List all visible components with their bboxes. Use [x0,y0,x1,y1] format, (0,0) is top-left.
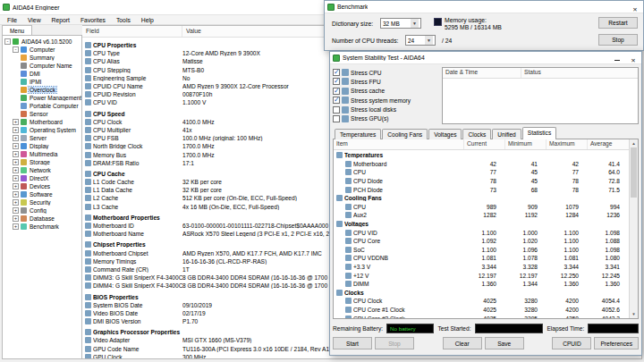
sst-tab[interactable]: Unified [492,129,521,139]
scroll-down-icon[interactable]: ▼ [630,310,638,318]
tree-item[interactable]: + Benchmark [3,223,81,231]
stress-option[interactable]: Stress FPU [333,77,438,86]
tree-item[interactable]: + Display [3,142,81,150]
statistics-row[interactable]: CPU Core #1 Clock 4025 3280 4200 4052.6 [334,306,629,315]
log-datetime-header[interactable]: Date & Time [443,68,521,78]
menu-item[interactable]: Favorites [75,17,111,23]
tree-expand-box[interactable]: + [13,199,19,206]
sst-button[interactable]: Start [333,337,372,349]
tree-expand-box[interactable]: + [13,167,19,173]
tree-expand-box[interactable]: + [13,207,19,214]
tree-item[interactable]: DMI [3,70,81,78]
stop-button[interactable]: Stop [598,34,638,46]
benchmark-close-button[interactable] [627,1,643,13]
stress-checkbox[interactable] [333,97,340,104]
menu-item[interactable]: Help [136,17,159,23]
tree-item[interactable]: + Network [3,166,81,174]
stress-checkbox[interactable] [333,88,340,95]
tree-expand-box[interactable]: + [13,159,19,165]
cpu-threads-select[interactable]: 24 ▼ [405,35,436,46]
menu-item[interactable]: Tools [111,17,136,23]
statistics-row[interactable]: CPU 989 909 1079 994 [334,203,629,212]
minimum-column-header[interactable]: Minimum [505,139,547,149]
stress-option[interactable]: Stress local disks [333,105,438,114]
tree-item[interactable]: + Software [3,190,81,198]
dictionary-size-select[interactable]: 32 MB ▼ [380,18,421,29]
tree-item[interactable]: Summary [3,54,81,62]
tree-expand-box[interactable]: + [13,191,19,198]
statistics-row[interactable]: Cooling Fans [334,194,629,203]
item-column-header[interactable]: Item [334,139,464,149]
statistics-row[interactable]: CPU VDDNB 1.081 1.078 1.081 1.080 [334,254,629,263]
tree-item[interactable]: + Multimedia [3,150,81,158]
sst-close-button[interactable] [625,52,641,63]
tree-item[interactable]: Sensor [3,110,81,118]
tree-expand-box[interactable]: + [13,143,19,149]
tree-item[interactable]: + DirectX [3,174,81,182]
tree-expand-box[interactable]: + [13,223,19,230]
scroll-up-icon[interactable]: ▲ [630,139,638,147]
stress-checkbox[interactable] [333,106,340,114]
current-column-header[interactable]: Current [464,139,505,149]
restart-button[interactable]: Restart [598,17,638,29]
tree-expand-box[interactable]: + [13,183,19,189]
statistics-row[interactable]: DIMM 1.360 1.344 1.360 1.360 [334,280,629,289]
tree-expand-box[interactable]: + [13,119,19,125]
statistics-row[interactable]: CPU Clock 4025 3280 4200 4054.4 [334,297,629,306]
statistics-row[interactable]: Temperatures [334,151,629,160]
sst-button[interactable]: CPUID [552,337,591,349]
stress-checkbox[interactable] [333,115,340,122]
tree-expand-box[interactable]: + [13,215,19,222]
tree-expand-box[interactable]: + [13,135,19,141]
sst-button[interactable]: Clear [443,337,482,349]
stress-checkbox[interactable] [333,78,340,85]
tree-expand-box[interactable]: - [13,46,19,53]
tree-item[interactable]: - Computer [3,46,81,54]
statistics-row[interactable]: Clocks [334,289,629,298]
menu-item[interactable]: View [22,17,47,23]
tree-item[interactable]: + Storage [3,158,81,166]
tree-item[interactable]: - AIDA64 v6.10.5200 [3,38,81,46]
tree-item[interactable]: + Server [3,134,81,142]
sidebar-tab-menu[interactable]: Menu [2,25,32,35]
sst-tab[interactable]: Statistics [522,127,556,139]
statistics-row[interactable]: +3.3 V 3.344 3.328 3.344 3.341 [334,263,629,272]
tree-expand-box[interactable]: + [13,175,19,181]
tree-item[interactable]: Portable Computer [3,102,81,110]
tree-item[interactable]: + Security [3,198,81,206]
sst-tab[interactable]: Voltages [428,129,462,139]
menu-item[interactable]: Report [47,17,75,23]
statistics-row[interactable]: CPU 77 45 77 64.0 [334,168,629,177]
tree-item[interactable]: + Operating System [3,126,81,134]
log-status-header[interactable]: Status [521,68,638,78]
sst-tab[interactable]: Cooling Fans [382,129,428,139]
tree-expand-box[interactable]: + [13,151,19,157]
stress-option[interactable]: Stress CPU [333,68,438,77]
field-column-header[interactable]: Field [82,26,182,37]
statistics-row[interactable]: Voltages [334,220,629,229]
sst-button[interactable]: Preferences [594,337,639,349]
average-column-header[interactable]: Average [588,139,629,149]
stress-checkbox[interactable] [333,69,340,76]
scrollbar-thumb[interactable] [631,147,637,198]
tree-item[interactable]: Power Management [3,94,81,102]
statistics-row[interactable]: CPU VID 1.100 1.000 1.100 1.098 [334,228,629,237]
statistics-row[interactable]: Motherboard 42 41 42 41.4 [334,160,629,169]
tree-expand-box[interactable]: - [4,38,11,45]
table-scrollbar[interactable]: ▲ ▼ [629,139,638,318]
tree-item[interactable]: + Devices [3,182,81,190]
tree-item[interactable]: + Config [3,206,81,215]
statistics-row[interactable]: SoC 1.100 1.096 1.100 1.098 [334,246,629,255]
tree-item[interactable]: IPMI [3,78,81,86]
statistics-row[interactable]: CPU Core 1.092 1.020 1.100 1.088 [334,237,629,246]
statistics-row[interactable]: PCH Diode 73 68 78 71.5 [334,185,629,194]
tree-item[interactable]: + Motherboard [3,118,81,126]
statistics-row[interactable]: CPU Diode 78 45 78 72.8 [334,177,629,186]
sst-button[interactable]: Stop [375,337,414,349]
statistics-row[interactable]: Aux2 1282 1192 1284 1236 [334,211,629,220]
stress-option[interactable]: Stress cache [333,87,438,96]
maximum-column-header[interactable]: Maximum [547,139,588,149]
stress-option[interactable]: Stress system memory [333,96,438,105]
tree-expand-box[interactable]: + [13,127,19,133]
tree-item[interactable]: Overclock [3,86,81,94]
